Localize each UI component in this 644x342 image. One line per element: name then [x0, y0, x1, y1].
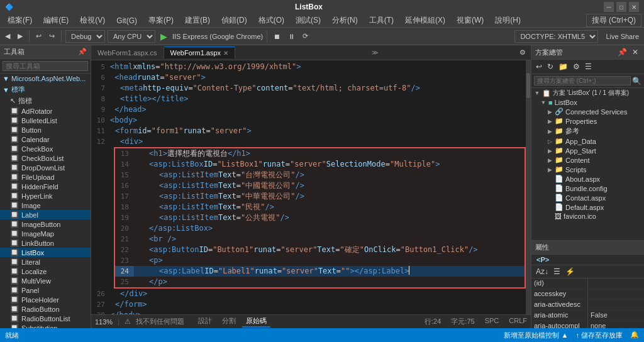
toolbox-item-panel[interactable]: 🔲 Panel	[0, 285, 91, 295]
toolbar-misc3[interactable]: ⟳	[300, 31, 311, 41]
source-control-btn[interactable]: 新增至原始檔控制 ▲	[504, 331, 568, 340]
minimize-button[interactable]: ─	[604, 2, 614, 12]
sol-tool-1[interactable]: ↩	[534, 62, 544, 72]
toolbox-item-radiobuttonlist[interactable]: 🔲 RadioButtonList	[0, 314, 91, 323]
menu-extensions[interactable]: 延伸模組(X)	[400, 14, 450, 27]
tree-properties[interactable]: ▶ 📁 Properties	[531, 116, 644, 126]
tab-close-icon[interactable]: ✕	[223, 50, 228, 57]
ready-status: 就緒	[5, 331, 19, 340]
tree-default-aspx[interactable]: 📄 Default.aspx	[531, 202, 644, 212]
code-editor[interactable]: 5 <html xmlns="http://www.w3.org/1999/xh…	[91, 60, 526, 314]
toolbox-item-linkbutton[interactable]: 🔲 LinkButton	[0, 238, 91, 248]
tree-connected-services[interactable]: ▶ 🔗 Connected Services	[531, 107, 644, 116]
settings-btn[interactable]: ⚙	[517, 47, 528, 58]
toolbox-item-label[interactable]: 🔲 Label	[0, 210, 91, 219]
props-sort-alpha[interactable]: Az↓	[534, 267, 550, 277]
props-sort-cat[interactable]: ☰	[552, 267, 562, 277]
tree-favicon[interactable]: 🖼 favicon.ico	[531, 212, 644, 221]
tree-scripts[interactable]: ▶ 📁 Scripts	[531, 165, 644, 174]
toolbar-forward-btn[interactable]: ▶	[15, 31, 25, 41]
vertical-scrollbar[interactable]	[526, 60, 531, 314]
toolbox-item-button[interactable]: 🔲 Button	[0, 125, 91, 135]
toolbox-item-imagebutton[interactable]: 🔲 ImageButton	[0, 219, 91, 229]
tree-app-start[interactable]: ▶ 📁 App_Start	[531, 146, 644, 155]
menu-git[interactable]: Git(G)	[111, 15, 142, 26]
toolbox-item-multiview[interactable]: 🔲 MultiView	[0, 276, 91, 285]
source-tab[interactable]: 原始碼	[242, 316, 270, 328]
toolbox-item-dropdownlist[interactable]: 🔲 DropDownList	[0, 163, 91, 172]
toolbar-misc1[interactable]: ⏹	[271, 31, 283, 41]
search-box[interactable]: 搜尋 (Ctrl+Q)	[586, 14, 641, 27]
toolbox-item-hiddenfield[interactable]: 🔲 HiddenField	[0, 182, 91, 191]
sol-tool-2[interactable]: ↻	[545, 62, 555, 72]
doctype-select[interactable]: DOCTYPE: XHTML5	[514, 30, 598, 43]
run-button[interactable]: ▶	[158, 31, 170, 41]
menu-edit[interactable]: 編輯(E)	[38, 14, 74, 27]
encoding-info: SPC	[485, 317, 499, 326]
close-button[interactable]: ✕	[629, 2, 639, 12]
toolbox-item-image[interactable]: 🔲 Image	[0, 201, 91, 210]
toolbox-item-checkbox[interactable]: 🔲 CheckBox	[0, 144, 91, 153]
toolbox-item-pointer[interactable]: ↖ 指標	[0, 96, 91, 106]
split-tab[interactable]: 分割	[218, 316, 240, 328]
toolbox-item-checkboxlist[interactable]: 🔲 CheckBoxList	[0, 153, 91, 163]
solution-search-input[interactable]	[534, 76, 631, 86]
tree-contact-aspx[interactable]: 📄 Contact.aspx	[531, 193, 644, 202]
solution-pin-btn[interactable]: 📌	[616, 47, 629, 57]
toolbox-item-adrotator[interactable]: 🔲 AdRotator	[0, 106, 91, 116]
toolbox-item-literal[interactable]: 🔲 Literal	[0, 257, 91, 267]
menu-analyze[interactable]: 分析(N)	[327, 14, 363, 27]
menu-window[interactable]: 視窗(W)	[452, 14, 489, 27]
toolbox-item-radiobutton[interactable]: 🔲 RadioButton	[0, 304, 91, 314]
sol-tool-4[interactable]: ⚙	[571, 62, 582, 72]
design-tab[interactable]: 設計	[194, 316, 216, 328]
toolbox-item-listbox[interactable]: 🔲 ListBox	[0, 248, 91, 257]
tab-webform-cs[interactable]: WebForm1.aspx.cs	[91, 47, 164, 58]
save-repo-btn[interactable]: ↑ 儲存至存放庫	[575, 331, 623, 340]
toolbox-item-bulletedlist[interactable]: 🔲 BulletedList	[0, 116, 91, 125]
toolbox-std-category[interactable]: ▼ 標準	[0, 84, 91, 96]
prop-aria-atomic: aria-atomic False	[531, 311, 644, 321]
tree-content[interactable]: ▶ 📁 Content	[531, 155, 644, 165]
project-root[interactable]: ▼ ■ ListBox	[531, 98, 644, 107]
cpu-config-select[interactable]: Any CPU	[108, 30, 155, 43]
live-share-btn[interactable]: Live Share	[603, 31, 641, 41]
toolbox-item-calendar[interactable]: 🔲 Calendar	[0, 135, 91, 144]
menu-test[interactable]: 測試(S)	[291, 14, 326, 27]
sol-tool-3[interactable]: 📁	[557, 62, 570, 72]
toolbox-item-hyperlink[interactable]: 🔲 HyperLink	[0, 191, 91, 201]
menu-format[interactable]: 格式(O)	[253, 14, 289, 27]
toolbox-item-imagemap[interactable]: 🔲 ImageMap	[0, 229, 91, 238]
tree-references[interactable]: ▶ 📁 參考	[531, 126, 644, 136]
tree-about-aspx[interactable]: 📄 About.aspx	[531, 174, 644, 184]
solution-close-btn[interactable]: ✕	[630, 47, 640, 57]
tab-webform-aspx[interactable]: WebForm1.aspx ✕	[164, 47, 236, 58]
menu-project[interactable]: 專案(P)	[143, 14, 179, 27]
menu-build[interactable]: 建置(B)	[180, 14, 215, 27]
tree-bundle-config[interactable]: 📄 Bundle.config	[531, 184, 644, 193]
menu-help[interactable]: 說明(H)	[490, 14, 526, 27]
toolbox-item-placeholder[interactable]: 🔲 PlaceHolder	[0, 295, 91, 304]
toolbox-item-localize[interactable]: 🔲 Localize	[0, 267, 91, 276]
toolbox-search-input[interactable]	[3, 61, 88, 71]
toolbox-aspnet-category[interactable]: ▼ Microsoft.AspNet.Web...	[0, 74, 91, 84]
menu-tools[interactable]: 工具(T)	[364, 14, 399, 27]
sol-tool-5[interactable]: ☰	[583, 62, 594, 72]
menu-file[interactable]: 檔案(F)	[3, 14, 37, 27]
toolbox-item-substitution[interactable]: 🔲 Substitution	[0, 323, 91, 328]
toolbox-pin-icon[interactable]: 📌	[78, 48, 87, 56]
maximize-button[interactable]: □	[616, 2, 626, 12]
toolbar-undo-btn[interactable]: ↩	[33, 31, 44, 41]
solution-root[interactable]: ▼ 📋 方案 'ListBox' (1 / 1 個專案)	[531, 88, 644, 98]
menu-view[interactable]: 檢視(V)	[75, 14, 110, 27]
toolbar-back-btn[interactable]: ◀	[3, 31, 13, 41]
debug-config-select[interactable]: Debug	[65, 30, 105, 43]
toolbox-item-fileupload[interactable]: 🔲 FileUpload	[0, 172, 91, 182]
tab-actions[interactable]: ≫	[369, 49, 380, 56]
props-events[interactable]: ⚡	[564, 267, 577, 277]
notification-btn[interactable]: 🔔	[630, 331, 639, 340]
toolbar-misc2[interactable]: ⏸	[286, 31, 297, 41]
toolbar-redo-btn[interactable]: ↪	[47, 31, 57, 41]
menu-debug[interactable]: 偵錯(D)	[216, 14, 252, 27]
tree-app-data[interactable]: ▷ 📁 App_Data	[531, 136, 644, 146]
